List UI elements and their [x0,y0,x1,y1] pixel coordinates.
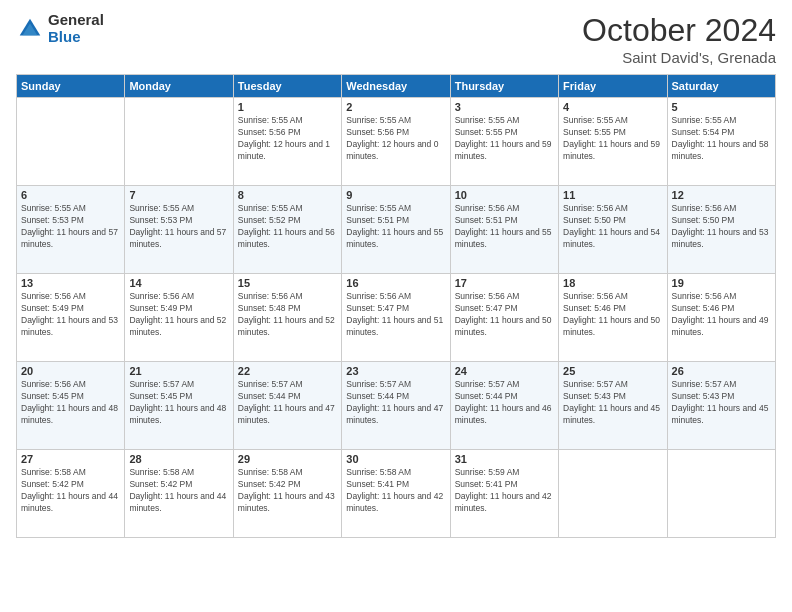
day-info: Sunrise: 5:57 AMSunset: 5:44 PMDaylight:… [238,379,337,427]
day-number: 2 [346,101,445,113]
week-row-2: 6Sunrise: 5:55 AMSunset: 5:53 PMDaylight… [17,186,776,274]
cell-w1-d4: 2Sunrise: 5:55 AMSunset: 5:56 PMDaylight… [342,98,450,186]
week-row-5: 27Sunrise: 5:58 AMSunset: 5:42 PMDayligh… [17,450,776,538]
col-thursday: Thursday [450,75,558,98]
cell-w2-d1: 6Sunrise: 5:55 AMSunset: 5:53 PMDaylight… [17,186,125,274]
day-info: Sunrise: 5:58 AMSunset: 5:42 PMDaylight:… [21,467,120,515]
cell-w4-d5: 24Sunrise: 5:57 AMSunset: 5:44 PMDayligh… [450,362,558,450]
day-info: Sunrise: 5:57 AMSunset: 5:44 PMDaylight:… [346,379,445,427]
cell-w5-d4: 30Sunrise: 5:58 AMSunset: 5:41 PMDayligh… [342,450,450,538]
day-number: 8 [238,189,337,201]
day-info: Sunrise: 5:55 AMSunset: 5:53 PMDaylight:… [21,203,120,251]
day-info: Sunrise: 5:58 AMSunset: 5:42 PMDaylight:… [238,467,337,515]
day-info: Sunrise: 5:58 AMSunset: 5:42 PMDaylight:… [129,467,228,515]
day-info: Sunrise: 5:56 AMSunset: 5:49 PMDaylight:… [21,291,120,339]
col-friday: Friday [559,75,667,98]
cell-w3-d7: 19Sunrise: 5:56 AMSunset: 5:46 PMDayligh… [667,274,775,362]
day-number: 26 [672,365,771,377]
day-number: 6 [21,189,120,201]
day-info: Sunrise: 5:56 AMSunset: 5:46 PMDaylight:… [563,291,662,339]
cell-w4-d1: 20Sunrise: 5:56 AMSunset: 5:45 PMDayligh… [17,362,125,450]
cell-w2-d6: 11Sunrise: 5:56 AMSunset: 5:50 PMDayligh… [559,186,667,274]
week-row-4: 20Sunrise: 5:56 AMSunset: 5:45 PMDayligh… [17,362,776,450]
cell-w4-d2: 21Sunrise: 5:57 AMSunset: 5:45 PMDayligh… [125,362,233,450]
day-info: Sunrise: 5:55 AMSunset: 5:56 PMDaylight:… [346,115,445,163]
logo: General Blue [16,12,104,45]
month-title: October 2024 [582,12,776,49]
cell-w2-d2: 7Sunrise: 5:55 AMSunset: 5:53 PMDaylight… [125,186,233,274]
day-info: Sunrise: 5:55 AMSunset: 5:55 PMDaylight:… [563,115,662,163]
day-info: Sunrise: 5:57 AMSunset: 5:45 PMDaylight:… [129,379,228,427]
cell-w1-d1 [17,98,125,186]
col-monday: Monday [125,75,233,98]
cell-w2-d4: 9Sunrise: 5:55 AMSunset: 5:51 PMDaylight… [342,186,450,274]
day-info: Sunrise: 5:56 AMSunset: 5:46 PMDaylight:… [672,291,771,339]
day-number: 16 [346,277,445,289]
day-number: 10 [455,189,554,201]
cell-w2-d3: 8Sunrise: 5:55 AMSunset: 5:52 PMDaylight… [233,186,341,274]
cell-w3-d2: 14Sunrise: 5:56 AMSunset: 5:49 PMDayligh… [125,274,233,362]
day-number: 9 [346,189,445,201]
cell-w1-d3: 1Sunrise: 5:55 AMSunset: 5:56 PMDaylight… [233,98,341,186]
week-row-3: 13Sunrise: 5:56 AMSunset: 5:49 PMDayligh… [17,274,776,362]
day-number: 31 [455,453,554,465]
cell-w5-d2: 28Sunrise: 5:58 AMSunset: 5:42 PMDayligh… [125,450,233,538]
cell-w3-d4: 16Sunrise: 5:56 AMSunset: 5:47 PMDayligh… [342,274,450,362]
week-row-1: 1Sunrise: 5:55 AMSunset: 5:56 PMDaylight… [17,98,776,186]
title-section: October 2024 Saint David's, Grenada [582,12,776,66]
col-sunday: Sunday [17,75,125,98]
day-number: 18 [563,277,662,289]
day-number: 17 [455,277,554,289]
cell-w2-d7: 12Sunrise: 5:56 AMSunset: 5:50 PMDayligh… [667,186,775,274]
cell-w3-d5: 17Sunrise: 5:56 AMSunset: 5:47 PMDayligh… [450,274,558,362]
day-info: Sunrise: 5:55 AMSunset: 5:51 PMDaylight:… [346,203,445,251]
day-number: 11 [563,189,662,201]
calendar-table: Sunday Monday Tuesday Wednesday Thursday… [16,74,776,538]
col-wednesday: Wednesday [342,75,450,98]
day-info: Sunrise: 5:57 AMSunset: 5:44 PMDaylight:… [455,379,554,427]
cell-w5-d6 [559,450,667,538]
day-number: 4 [563,101,662,113]
day-number: 13 [21,277,120,289]
day-number: 7 [129,189,228,201]
day-number: 21 [129,365,228,377]
day-info: Sunrise: 5:57 AMSunset: 5:43 PMDaylight:… [563,379,662,427]
day-number: 20 [21,365,120,377]
cell-w5-d5: 31Sunrise: 5:59 AMSunset: 5:41 PMDayligh… [450,450,558,538]
day-info: Sunrise: 5:55 AMSunset: 5:56 PMDaylight:… [238,115,337,163]
logo-text: General Blue [48,12,104,45]
day-number: 19 [672,277,771,289]
day-number: 25 [563,365,662,377]
cell-w2-d5: 10Sunrise: 5:56 AMSunset: 5:51 PMDayligh… [450,186,558,274]
day-info: Sunrise: 5:57 AMSunset: 5:43 PMDaylight:… [672,379,771,427]
cell-w4-d3: 22Sunrise: 5:57 AMSunset: 5:44 PMDayligh… [233,362,341,450]
day-number: 28 [129,453,228,465]
day-info: Sunrise: 5:55 AMSunset: 5:52 PMDaylight:… [238,203,337,251]
cell-w1-d5: 3Sunrise: 5:55 AMSunset: 5:55 PMDaylight… [450,98,558,186]
cell-w3-d3: 15Sunrise: 5:56 AMSunset: 5:48 PMDayligh… [233,274,341,362]
day-info: Sunrise: 5:56 AMSunset: 5:45 PMDaylight:… [21,379,120,427]
main-container: General Blue October 2024 Saint David's,… [0,0,792,612]
day-number: 12 [672,189,771,201]
day-number: 1 [238,101,337,113]
day-number: 30 [346,453,445,465]
day-info: Sunrise: 5:56 AMSunset: 5:47 PMDaylight:… [346,291,445,339]
logo-icon [16,15,44,43]
header-row: Sunday Monday Tuesday Wednesday Thursday… [17,75,776,98]
day-number: 14 [129,277,228,289]
cell-w5-d7 [667,450,775,538]
day-number: 22 [238,365,337,377]
logo-blue: Blue [48,29,104,46]
col-saturday: Saturday [667,75,775,98]
cell-w4-d6: 25Sunrise: 5:57 AMSunset: 5:43 PMDayligh… [559,362,667,450]
day-info: Sunrise: 5:56 AMSunset: 5:47 PMDaylight:… [455,291,554,339]
cell-w4-d4: 23Sunrise: 5:57 AMSunset: 5:44 PMDayligh… [342,362,450,450]
cell-w1-d2 [125,98,233,186]
day-info: Sunrise: 5:55 AMSunset: 5:55 PMDaylight:… [455,115,554,163]
day-info: Sunrise: 5:56 AMSunset: 5:50 PMDaylight:… [672,203,771,251]
day-number: 24 [455,365,554,377]
day-number: 3 [455,101,554,113]
cell-w1-d6: 4Sunrise: 5:55 AMSunset: 5:55 PMDaylight… [559,98,667,186]
header: General Blue October 2024 Saint David's,… [16,12,776,66]
day-info: Sunrise: 5:56 AMSunset: 5:50 PMDaylight:… [563,203,662,251]
